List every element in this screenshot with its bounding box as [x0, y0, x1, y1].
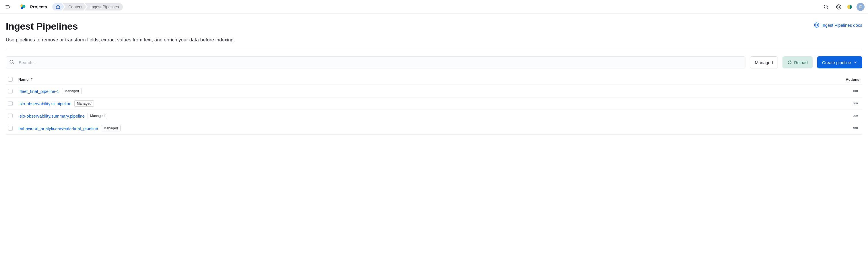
- pipeline-name-link[interactable]: .slo-observability.sli.pipeline: [19, 101, 71, 106]
- nav-toggle-button[interactable]: [3, 2, 12, 11]
- breadcrumb-label: Content: [68, 5, 82, 9]
- search-icon: [824, 4, 829, 9]
- sort-asc-icon: [30, 78, 34, 81]
- svg-point-20: [10, 60, 13, 63]
- row-name-cell: .fleet_final_pipeline-1 Managed: [19, 88, 836, 94]
- svg-point-9: [838, 6, 840, 8]
- refresh-icon: [787, 60, 792, 65]
- svg-rect-32: [853, 128, 854, 129]
- svg-line-10: [837, 5, 838, 6]
- breadcrumb-home[interactable]: [52, 3, 64, 11]
- svg-rect-27: [855, 103, 856, 104]
- header-divider: [15, 2, 15, 11]
- row-checkbox[interactable]: [8, 89, 12, 93]
- table-row: .fleet_final_pipeline-1 Managed: [6, 85, 862, 98]
- svg-rect-26: [853, 103, 854, 104]
- pipeline-name-link[interactable]: .fleet_final_pipeline-1: [19, 89, 59, 94]
- row-name-cell: .slo-observability.summary.pipeline Mana…: [19, 113, 836, 119]
- page-body: Ingest Pipelines Ingest Pipelines docs U…: [0, 14, 868, 141]
- svg-rect-31: [857, 115, 858, 116]
- row-actions-button[interactable]: [851, 88, 859, 94]
- header-right: E: [822, 3, 865, 11]
- row-name-cell: .slo-observability.sli.pipeline Managed: [19, 100, 836, 107]
- controls-row: Managed Reload Create pipeline: [6, 56, 862, 69]
- projects-label[interactable]: Projects: [30, 4, 47, 9]
- search-field-wrapper: [6, 56, 745, 69]
- boxes-horizontal-icon: [853, 114, 858, 117]
- managed-filter-button[interactable]: Managed: [750, 56, 778, 69]
- managed-badge: Managed: [62, 88, 82, 94]
- create-pipeline-label: Create pipeline: [822, 60, 851, 65]
- svg-line-17: [817, 23, 818, 24]
- row-select-cell: [6, 114, 19, 118]
- svg-rect-25: [857, 90, 858, 92]
- select-all-checkbox[interactable]: [8, 77, 12, 82]
- svg-line-12: [837, 7, 838, 8]
- page-title: Ingest Pipelines: [6, 21, 78, 32]
- row-checkbox[interactable]: [8, 101, 12, 106]
- row-select-cell: [6, 101, 19, 106]
- row-checkbox[interactable]: [8, 114, 12, 118]
- header-left: Projects Content Ingest Pipelines: [3, 2, 822, 11]
- pipelines-table: Name Actions .fleet_final_pipeline-1 M: [6, 74, 862, 135]
- svg-rect-23: [853, 90, 854, 92]
- lifering-icon: [814, 22, 819, 28]
- boxes-horizontal-icon: [853, 127, 858, 130]
- section-divider: [6, 50, 862, 50]
- row-checkbox[interactable]: [8, 126, 12, 131]
- create-pipeline-button[interactable]: Create pipeline: [817, 56, 862, 69]
- reload-button[interactable]: Reload: [782, 56, 813, 69]
- table-row: .slo-observability.sli.pipeline Managed: [6, 98, 862, 110]
- row-actions-button[interactable]: [851, 100, 859, 107]
- search-icon: [9, 59, 14, 65]
- svg-line-19: [817, 26, 818, 26]
- pipeline-name-link[interactable]: behavioral_analytics-events-final_pipeli…: [19, 126, 98, 131]
- managed-badge: Managed: [101, 125, 121, 131]
- svg-point-5: [21, 7, 23, 9]
- breadcrumb-label: Ingest Pipelines: [90, 5, 119, 9]
- docs-link-text: Ingest Pipelines docs: [822, 23, 862, 28]
- svg-rect-29: [853, 115, 854, 116]
- svg-line-18: [815, 26, 816, 26]
- column-header-name[interactable]: Name: [19, 77, 836, 82]
- row-select-cell: [6, 126, 19, 131]
- svg-rect-30: [855, 115, 856, 116]
- svg-rect-28: [857, 103, 858, 104]
- breadcrumb-ingest-pipelines[interactable]: Ingest Pipelines: [85, 3, 123, 11]
- table-header-row: Name Actions: [6, 74, 862, 85]
- table-row: .slo-observability.summary.pipeline Mana…: [6, 110, 862, 122]
- expand-nav-icon: [5, 4, 11, 9]
- row-name-cell: behavioral_analytics-events-final_pipeli…: [19, 125, 836, 131]
- chevron-down-icon: [854, 60, 857, 64]
- search-button[interactable]: [822, 3, 830, 11]
- theme-toggle[interactable]: [847, 5, 852, 9]
- pipeline-name-link[interactable]: .slo-observability.summary.pipeline: [19, 114, 85, 118]
- row-actions-button[interactable]: [851, 125, 859, 131]
- elastic-logo[interactable]: [19, 3, 26, 10]
- row-actions-cell: [836, 113, 862, 119]
- breadcrumb-content[interactable]: Content: [63, 3, 86, 11]
- svg-rect-34: [857, 128, 858, 129]
- lifering-icon: [836, 4, 841, 9]
- svg-line-13: [839, 7, 840, 8]
- svg-line-16: [815, 23, 816, 24]
- boxes-horizontal-icon: [853, 102, 858, 105]
- managed-badge: Managed: [74, 100, 94, 107]
- row-actions-cell: [836, 125, 862, 131]
- user-avatar[interactable]: E: [857, 3, 865, 11]
- home-icon: [56, 5, 60, 9]
- docs-link[interactable]: Ingest Pipelines docs: [814, 22, 862, 28]
- help-button[interactable]: [835, 3, 843, 11]
- boxes-horizontal-icon: [853, 90, 858, 92]
- table-body: .fleet_final_pipeline-1 Managed: [6, 85, 862, 135]
- table-row: behavioral_analytics-events-final_pipeli…: [6, 122, 862, 135]
- search-input[interactable]: [6, 56, 745, 69]
- managed-filter-label: Managed: [755, 60, 773, 65]
- select-all-cell: [6, 77, 19, 82]
- logo-icon: [19, 3, 26, 10]
- row-actions-cell: [836, 88, 862, 94]
- page-subtitle: Use pipelines to remove or transform fie…: [6, 37, 862, 43]
- column-actions-label: Actions: [846, 77, 859, 82]
- svg-line-11: [839, 5, 840, 6]
- row-actions-button[interactable]: [851, 113, 859, 119]
